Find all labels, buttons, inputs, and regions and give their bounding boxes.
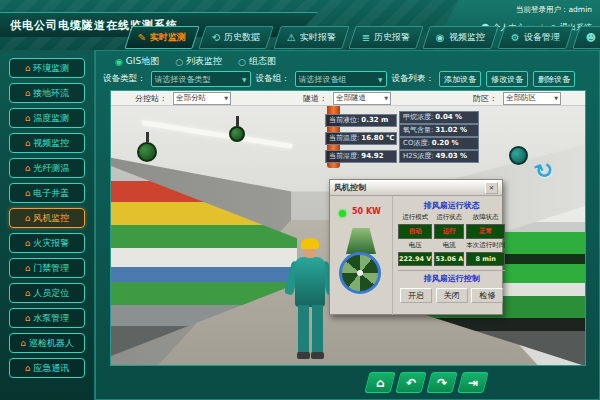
- forward-button[interactable]: ↷: [426, 372, 457, 393]
- chevron-down-icon: ▼: [384, 95, 388, 101]
- sidebar-item-manhole[interactable]: ⌂ 电子井盖: [9, 183, 85, 203]
- house-icon: ⌂: [25, 239, 31, 248]
- fan-start-button[interactable]: 开启: [400, 288, 432, 303]
- fan-stop-button[interactable]: 关闭: [436, 288, 468, 303]
- run-mode-value: 自动: [398, 224, 432, 239]
- worker-body: [295, 257, 325, 307]
- tab-realtime-monitor[interactable]: ✎ 实时监测: [124, 26, 200, 49]
- house-icon: ⌂: [25, 64, 31, 73]
- ceiling-fan-icon[interactable]: [229, 116, 245, 142]
- fault-state-value: 正常: [466, 224, 505, 239]
- status-led: [339, 210, 346, 217]
- fan-power-rating: 50 KW: [352, 207, 381, 216]
- chevron-down-icon: ▼: [378, 76, 383, 83]
- main-content: ◉ GIS地图 ○ 列表监控 ○ 组态图 设备类型： 请选择设备类型 ▼ 设备组…: [95, 50, 600, 400]
- tab-history-alarm[interactable]: ≣ 历史报警: [348, 26, 424, 49]
- divider: [398, 270, 505, 271]
- device-type-select[interactable]: 请选择设备类型 ▼: [151, 71, 251, 87]
- device-group-select[interactable]: 请选择设备组 ▼: [295, 71, 387, 87]
- chevron-down-icon: ▼: [224, 95, 228, 101]
- tunnel-scene: ↻ 当前液位:0.32 m 当前温度:16.80 ℃ 当前湿度:94.92: [111, 106, 585, 365]
- device-toolbar: 设备类型： 请选择设备类型 ▼ 设备组： 请选择设备组 ▼ 设备列表： 添加设备…: [103, 71, 575, 87]
- alarm-icon: ⚠: [287, 33, 296, 43]
- wall-fan-icon[interactable]: [509, 146, 528, 165]
- sidebar-item-video[interactable]: ⌂ 视频监控: [9, 133, 85, 153]
- fan-control-header: 排风扇运行控制: [398, 273, 505, 284]
- house-icon: ⌂: [25, 89, 31, 98]
- sidebar-item-personnel[interactable]: ⌂ 人员定位: [9, 283, 85, 303]
- house-icon: ⌂: [20, 339, 26, 348]
- run-state-value: 运行: [434, 224, 464, 239]
- tab-device-manage[interactable]: ⚙ 设备管理: [497, 26, 573, 49]
- sidebar-item-grounding[interactable]: ⌂ 接地环流: [9, 83, 85, 103]
- ceiling-fan-icon[interactable]: [137, 132, 157, 162]
- sidebar-item-robot[interactable]: ⌂ 巡检机器人: [9, 333, 85, 353]
- radio-on-icon: ◉: [115, 57, 123, 67]
- radio-list-monitor[interactable]: ○ 列表监控: [175, 55, 222, 68]
- fan-control-dialog: 风机控制 ✕ 50 KW 排风扇运行状态 运行模式 运行状态: [329, 179, 503, 315]
- tunnel-select[interactable]: 全部隧道 ▼: [333, 92, 391, 105]
- station-select[interactable]: 全部分站 ▼: [173, 92, 231, 105]
- voltage-value: 222.94 V: [398, 252, 432, 266]
- sidebar-item-pump[interactable]: ⌂ 水泵管理: [9, 308, 85, 328]
- sidebar-item-emergency-comm[interactable]: ⌂ 应急通讯: [9, 358, 85, 378]
- tab-history-data[interactable]: ⟲ 历史数据: [199, 26, 275, 49]
- chevron-down-icon: ▼: [242, 76, 247, 83]
- runtime-value: 8 min: [466, 252, 505, 266]
- chevron-down-icon: ▼: [554, 95, 558, 101]
- fan-maintain-button[interactable]: 检修: [471, 288, 503, 303]
- house-icon: ⌂: [25, 214, 31, 223]
- radio-scada-view[interactable]: ○ 组态图: [238, 55, 276, 68]
- sidebar: ⌂ 环境监测 ⌂ 接地环流 ⌂ 温度监测 ⌂ 视频监控 ⌂ 光纤测温 ⌂ 电子井…: [0, 50, 95, 400]
- telemetry-co: CO浓度:0.20 %: [399, 137, 479, 150]
- tab-realtime-alarm[interactable]: ⚠ 实时报警: [273, 26, 349, 49]
- add-device-button[interactable]: 添加设备: [439, 71, 481, 87]
- sidebar-item-environment[interactable]: ⌂ 环境监测: [9, 58, 85, 78]
- telemetry-oxygen: 氧气含量:31.02 %: [399, 124, 479, 137]
- close-icon[interactable]: ✕: [485, 182, 498, 194]
- radio-off-icon: ○: [175, 57, 183, 67]
- fan-status-header: 排风扇运行状态: [398, 200, 505, 211]
- exit-view-button[interactable]: ⇥: [457, 372, 488, 393]
- delete-device-button[interactable]: 删除设备: [533, 71, 575, 87]
- hard-hat: [301, 238, 319, 249]
- sidebar-item-fire-alarm[interactable]: ⌂ 火灾报警: [9, 233, 85, 253]
- header: 供电公司电缆隧道在线监测系统 ✎ 实时监测 ⟲ 历史数据 ⚠ 实时报警 ≣ 历史…: [0, 0, 600, 50]
- worker-boot: [311, 352, 324, 359]
- home-icon: ⌂: [376, 377, 385, 389]
- tunnel-3d-viewport[interactable]: 分控站： 全部分站 ▼ 隧道： 全部隧道 ▼ 防区： 全部防区 ▼: [110, 90, 586, 366]
- scene-nav-buttons: ⌂ ↶ ↷ ⇥: [367, 372, 486, 393]
- worker-leg: [298, 305, 309, 353]
- exit-icon: ⇥: [468, 377, 478, 389]
- radio-off-icon: ○: [238, 57, 246, 67]
- house-icon: ⌂: [25, 114, 31, 123]
- gear-icon: ⚙: [511, 33, 520, 43]
- zone-select[interactable]: 全部防区 ▼: [503, 92, 561, 105]
- worker-avatar[interactable]: [287, 238, 333, 366]
- home-button[interactable]: ⌂: [364, 372, 395, 393]
- sidebar-item-fiber-temp[interactable]: ⌂ 光纤测温: [9, 158, 85, 178]
- back-button[interactable]: ↶: [395, 372, 426, 393]
- user-icon: ☻: [586, 33, 596, 43]
- sidebar-item-fan[interactable]: ⌂ 风机监控: [9, 208, 85, 228]
- sidebar-item-access-control[interactable]: ⌂ 门禁管理: [9, 258, 85, 278]
- history-alarm-icon: ≣: [362, 33, 370, 43]
- house-icon: ⌂: [25, 264, 31, 273]
- dialog-titlebar[interactable]: 风机控制 ✕: [330, 180, 502, 196]
- worker-boot: [297, 352, 310, 359]
- telemetry-liquid-level: 当前液位:0.32 m: [325, 114, 397, 127]
- house-icon: ⌂: [25, 289, 31, 298]
- dialog-title: 风机控制: [334, 182, 366, 193]
- edit-device-button[interactable]: 修改设备: [486, 71, 528, 87]
- house-icon: ⌂: [25, 314, 31, 323]
- back-arrow-icon: ↶: [406, 377, 416, 389]
- radio-gis-map[interactable]: ◉ GIS地图: [115, 55, 159, 68]
- fan-blades-icon: [339, 252, 381, 294]
- view-mode-radios: ◉ GIS地图 ○ 列表监控 ○ 组态图: [115, 55, 276, 68]
- tab-video-monitor[interactable]: ◉ 视频监控: [422, 26, 498, 49]
- sidebar-item-temperature[interactable]: ⌂ 温度监测: [9, 108, 85, 128]
- house-icon: ⌂: [25, 364, 31, 373]
- tab-user-manage[interactable]: ☻ 用户管理: [572, 26, 600, 49]
- main-nav-tabs: ✎ 实时监测 ⟲ 历史数据 ⚠ 实时报警 ≣ 历史报警 ◉ 视频监控 ⚙ 设备管…: [128, 26, 600, 49]
- house-icon: ⌂: [25, 164, 31, 173]
